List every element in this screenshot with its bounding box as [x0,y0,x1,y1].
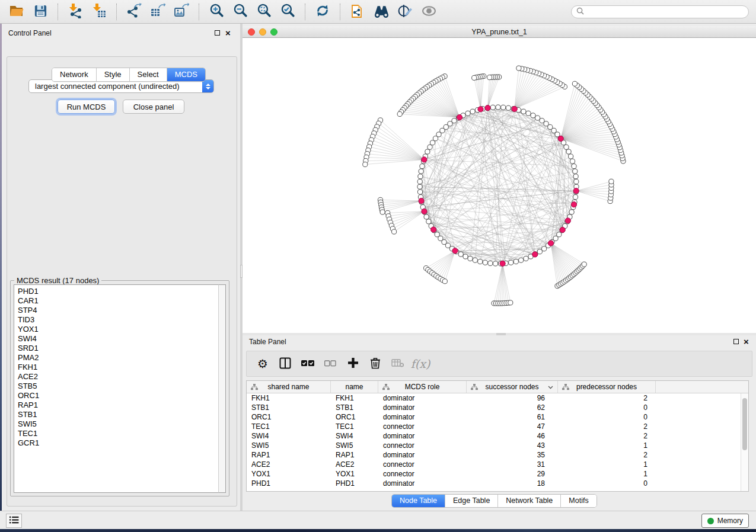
tab-motifs[interactable]: Motifs [561,495,596,507]
birds-eye-view-button[interactable] [419,2,439,21]
table-row[interactable]: ORC1ORC1dominator610 [247,412,741,422]
style-pen-icon [397,3,413,21]
cell-shared-name: FKH1 [247,394,331,402]
result-item[interactable]: STB1 [14,410,218,419]
export-network-button[interactable] [124,2,144,21]
import-network-icon [68,3,83,20]
zoom-in-button[interactable] [206,2,227,21]
cell-predecessor-nodes: 2 [558,394,656,402]
tab-style[interactable]: Style [97,68,130,81]
table-row[interactable]: SWI5SWI5connector431 [247,441,741,450]
export-table-button[interactable] [148,2,168,21]
tab-select[interactable]: Select [130,68,167,81]
annotation-style-button[interactable] [395,2,415,21]
import-table-icon [91,3,107,20]
mcds-result-group: MCDS result (17 nodes) PHD1CAR1STP4TID3Y… [10,280,229,496]
table-settings-button[interactable]: ⚙ [255,356,270,371]
column-header-predecessor-nodes[interactable]: predecessor nodes [558,381,656,393]
result-item[interactable]: PMA2 [14,353,218,363]
column-header-MCDS-role[interactable]: MCDS role [378,381,467,393]
result-item[interactable]: TID3 [14,315,218,325]
column-header-name[interactable]: name [331,381,378,393]
result-item[interactable]: SRD1 [14,344,218,353]
save-session-button[interactable] [30,2,50,21]
table-row[interactable]: FKH1FKH1dominator962 [247,393,741,403]
table-row[interactable]: SWI4SWI4dominator462 [247,431,741,441]
close-panel-button[interactable]: Close panel [123,100,184,114]
function-builder-button[interactable]: f(x) [413,356,428,371]
run-mcds-button[interactable]: Run MCDS [58,100,115,114]
network-window-titlebar[interactable]: YPA_prune.txt_1 [243,26,756,38]
result-item[interactable]: SWI5 [14,419,218,429]
close-panel-icon[interactable]: × [225,30,231,37]
result-item[interactable]: RAP1 [14,400,218,410]
delete-table-icon [391,358,404,370]
table-scrollbar[interactable] [741,393,748,491]
table-row[interactable]: YOX1YOX1connector291 [247,469,741,479]
open-session-button[interactable] [7,2,27,21]
cell-shared-name: STB1 [247,403,331,412]
tab-mcds[interactable]: MCDS [167,68,205,81]
unchecked-boxes-icon [324,360,336,368]
table-row[interactable]: PHD1PHD1dominator180 [247,479,741,488]
table-toolbar: ⚙ f(x) [246,351,752,377]
table-row[interactable]: RAP1RAP1dominator352 [247,450,741,460]
scrollbar-thumb[interactable] [742,398,747,450]
zoom-selected-icon [280,3,296,21]
tab-edge-table[interactable]: Edge Table [445,495,498,507]
cell-MCDS-role: dominator [378,394,467,402]
delete-column-button[interactable] [368,356,383,371]
tab-network[interactable]: Network [52,68,97,81]
select-stepper-icon [202,80,213,92]
column-header-successor-nodes[interactable]: successor nodes [467,381,558,393]
result-item[interactable]: STP4 [14,306,218,315]
tab-network-table[interactable]: Network Table [498,495,561,507]
share-network-button[interactable] [347,2,368,21]
export-image-button[interactable] [171,2,192,21]
add-column-button[interactable] [345,356,361,371]
mcds-result-list[interactable]: PHD1CAR1STP4TID3YOX1SWI4SRD1PMA2FKH1ACE2… [14,284,218,493]
table-row[interactable]: TEC1TEC1connector472 [247,422,741,431]
zoom-fit-button[interactable] [254,2,274,21]
result-item[interactable]: STB5 [14,382,218,391]
result-item[interactable]: GCR1 [14,438,218,448]
refresh-icon [315,3,330,20]
network-canvas[interactable] [243,38,756,333]
zoom-selected-button[interactable] [277,2,298,21]
cell-MCDS-role: connector [378,441,467,450]
result-scrollbar[interactable] [218,284,226,493]
import-network-button[interactable] [65,2,85,21]
binoculars-icon [374,3,390,21]
table-panel-title: Table Panel [249,338,286,346]
memory-button[interactable]: Memory [701,514,749,528]
tab-node-table[interactable]: Node Table [392,495,445,507]
split-view-button[interactable] [277,356,293,371]
result-item[interactable]: TEC1 [14,429,218,438]
result-item[interactable]: FKH1 [14,363,218,372]
close-panel-icon[interactable]: × [744,338,749,345]
result-item[interactable]: ORC1 [14,391,218,400]
column-header-shared-name[interactable]: shared name [247,381,331,393]
refresh-layout-button[interactable] [312,2,333,21]
result-item[interactable]: PHD1 [14,287,218,296]
float-panel-icon[interactable] [215,30,220,36]
float-panel-icon[interactable] [733,339,739,344]
result-item[interactable]: CAR1 [14,296,218,306]
table-row[interactable]: ACE2ACE2connector311 [247,460,741,469]
result-item[interactable]: SWI4 [14,334,218,344]
select-all-columns-button[interactable] [300,356,315,371]
zoom-out-button[interactable] [230,2,250,21]
import-table-button[interactable] [89,2,109,21]
result-item[interactable]: YOX1 [14,325,218,334]
cell-name: ACE2 [331,460,378,469]
cell-name: SWI5 [331,441,378,450]
unselect-all-columns-button[interactable] [323,356,338,371]
delete-table-button[interactable] [390,356,406,371]
task-history-button[interactable] [6,514,22,528]
cell-predecessor-nodes: 1 [558,470,656,478]
cell-successor-nodes: 35 [467,451,558,459]
result-item[interactable]: ACE2 [14,372,218,382]
table-row[interactable]: STB1STB1dominator620 [247,403,741,412]
search-input[interactable] [588,8,744,16]
find-button[interactable] [371,2,391,21]
